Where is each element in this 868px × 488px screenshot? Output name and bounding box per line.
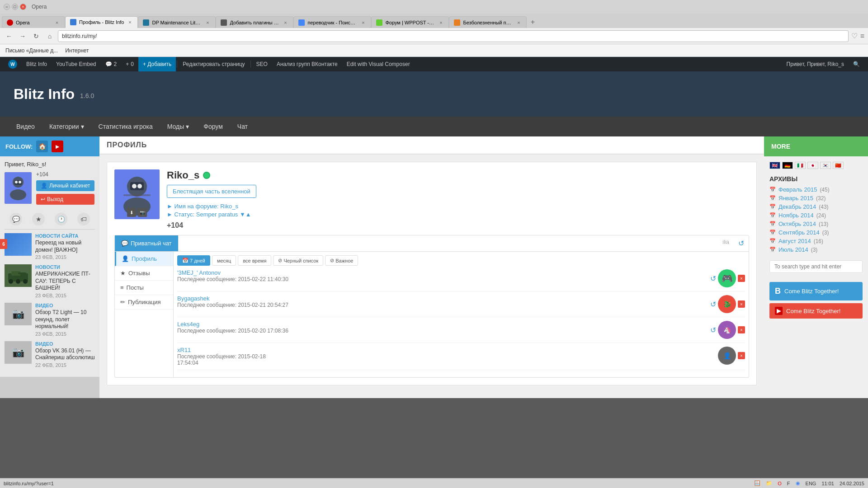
- bookmark-internet[interactable]: Интернет: [63, 47, 90, 55]
- tab-close-dp[interactable]: ×: [204, 19, 211, 26]
- remove-chat-0[interactable]: ×: [738, 275, 745, 282]
- blitz-together-2[interactable]: ▶ Come Blitz Together!: [769, 303, 863, 319]
- archive-link-7[interactable]: Июль 2014: [778, 246, 808, 253]
- refresh-button[interactable]: ↻: [31, 31, 42, 42]
- remove-chat-3[interactable]: ×: [738, 352, 745, 359]
- news-title-1[interactable]: АМЕРИКАНСКИЕ ПТ-САУ: ТЕПЕРЬ С БАШНЕЙ!: [35, 271, 95, 292]
- wp-logo-item[interactable]: W: [4, 57, 22, 71]
- wp-youtube-embed[interactable]: YouTube Embed: [52, 57, 101, 71]
- tab-dp[interactable]: DP Maintenance Lite - Blit... ×: [138, 16, 216, 28]
- chat-nav-posts[interactable]: ≡ Посты: [115, 281, 173, 295]
- sidebar-chat-tab[interactable]: 💬: [9, 213, 22, 225]
- chat-username-3[interactable]: xR11: [177, 347, 714, 353]
- news-category-3[interactable]: ВИДЕО: [35, 341, 95, 347]
- chat-refresh-btn[interactable]: ↺: [734, 235, 749, 251]
- tab-close-plugins[interactable]: ×: [282, 19, 288, 26]
- filter-important[interactable]: ⊘ Важное: [325, 255, 358, 266]
- remove-chat-2[interactable]: ×: [738, 326, 745, 333]
- flag-cn[interactable]: 🇨🇳: [833, 162, 844, 169]
- remove-chat-1[interactable]: ×: [738, 300, 745, 308]
- wp-search-icon[interactable]: 🔍: [849, 61, 864, 67]
- tab-plugins[interactable]: Добавить плагины « Blit... ×: [216, 16, 293, 28]
- refresh-chat-2[interactable]: ↺: [710, 326, 716, 334]
- bookmark-mail[interactable]: Письмо «Данные д...: [4, 47, 60, 55]
- flag-de[interactable]: 🇩🇪: [782, 162, 793, 169]
- chat-username-1[interactable]: Bygagashek: [177, 295, 707, 302]
- tab-bezbol[interactable]: Безболезненный перенос... ×: [449, 16, 527, 28]
- news-category-0[interactable]: НОВОСТИ САЙТА: [35, 233, 95, 239]
- flag-jp[interactable]: 🇯🇵: [807, 162, 818, 169]
- wp-comments-count[interactable]: 💬 2: [101, 57, 122, 71]
- archive-link-6[interactable]: Август 2014: [778, 238, 811, 244]
- wp-new-count[interactable]: + 0: [121, 57, 138, 71]
- filter-month[interactable]: месяц: [212, 255, 236, 266]
- wp-vc[interactable]: Edit with Visual Composer: [342, 57, 415, 71]
- exit-button[interactable]: ↩ Выход: [36, 194, 94, 205]
- chat-nav-reviews[interactable]: ★ Отзывы: [115, 266, 173, 281]
- chat-username-0[interactable]: '3MEJ_' Antonov: [177, 269, 707, 276]
- window-minimize[interactable]: –: [4, 4, 10, 10]
- tab-close-blitz[interactable]: ×: [127, 19, 133, 25]
- flag-kr[interactable]: 🇰🇷: [820, 162, 831, 169]
- refresh-chat-0[interactable]: ↺: [710, 274, 716, 283]
- chat-nav-publication[interactable]: ✏ Публикация: [115, 295, 173, 310]
- news-title-0[interactable]: Переезд на новый домен! [ВАЖНО]: [35, 239, 95, 253]
- news-title-2[interactable]: Обзор T2 Light — 10 секунд, полет нормал…: [35, 309, 95, 330]
- wp-edit-page[interactable]: Редактировать страницу: [178, 57, 249, 71]
- chat-nav-profile[interactable]: 👤 Профиль: [115, 252, 173, 266]
- search-input[interactable]: [769, 260, 863, 273]
- tab-opera[interactable]: Opera ×: [2, 16, 65, 28]
- url-bar[interactable]: blitzinfo.ru/my/: [58, 30, 849, 42]
- tab-blitz-profile[interactable]: Профиль - Blitz Info ×: [65, 16, 138, 28]
- back-button[interactable]: ←: [4, 31, 14, 42]
- forward-button[interactable]: →: [17, 31, 28, 42]
- home-button[interactable]: ⌂: [44, 31, 55, 42]
- filter-blacklist[interactable]: ⊘ Черный список: [273, 255, 323, 266]
- window-close[interactable]: ×: [20, 4, 26, 10]
- wp-seo[interactable]: SEO: [252, 57, 272, 71]
- news-category-1[interactable]: НОВОСТИ: [35, 264, 95, 270]
- archive-link-0[interactable]: Февраль 2015: [778, 186, 817, 193]
- filter-all-time[interactable]: все время: [238, 255, 271, 266]
- archive-link-1[interactable]: Январь 2015: [778, 195, 813, 202]
- nav-chat[interactable]: Чат: [230, 117, 255, 136]
- archive-link-4[interactable]: Октябрь 2014: [778, 221, 816, 227]
- nav-video[interactable]: Видео: [9, 117, 42, 136]
- camera-icon[interactable]: 📷: [138, 208, 147, 217]
- window-maximize[interactable]: □: [12, 4, 18, 10]
- sidebar-tag-tab[interactable]: 🏷: [77, 213, 90, 225]
- archive-link-5[interactable]: Сентябрь 2014: [778, 229, 820, 236]
- nav-categories[interactable]: Категории ▾: [42, 117, 91, 136]
- refresh-chat-1[interactable]: ↺: [710, 300, 716, 309]
- filter-7days[interactable]: 📅 7 дней: [177, 255, 210, 266]
- nav-mods[interactable]: Моды ▾: [160, 117, 197, 136]
- tab-close-opera[interactable]: ×: [54, 19, 60, 26]
- settings-icon[interactable]: ≡: [860, 32, 864, 40]
- nav-stats[interactable]: Статистика игрока: [91, 117, 160, 136]
- wp-add-button[interactable]: + Добавить: [138, 57, 176, 71]
- news-title-3[interactable]: Обзор VK 36.01 (H) — Снайпериш абсолютиш: [35, 347, 95, 361]
- tab-close-translate[interactable]: ×: [360, 19, 366, 26]
- sidebar-clock-tab[interactable]: 🕐: [55, 213, 67, 225]
- blitz-together-1[interactable]: B Come Blitz Together!: [769, 282, 863, 300]
- nav-forum[interactable]: Форум: [196, 117, 230, 136]
- heart-icon[interactable]: ♡: [851, 32, 858, 40]
- tab-close-bezbol[interactable]: ×: [515, 19, 522, 26]
- home-follow-icon[interactable]: 🏠: [36, 141, 48, 152]
- flag-it[interactable]: 🇮🇹: [795, 162, 806, 169]
- download-icon[interactable]: ⬇: [127, 208, 136, 217]
- notification-badge[interactable]: 6: [0, 239, 7, 249]
- tab-add-button[interactable]: +: [527, 16, 538, 28]
- wp-vk-analytics[interactable]: Анализ групп ВКонтакте: [272, 57, 342, 71]
- cabinet-button[interactable]: 👤 Личный кабинет: [36, 180, 94, 191]
- chat-username-2[interactable]: Leks4eg: [177, 321, 707, 328]
- archive-link-3[interactable]: Ноябрь 2014: [778, 212, 814, 219]
- private-chat-tab[interactable]: 💬 Приватный чат: [115, 235, 179, 251]
- flag-uk[interactable]: 🇬🇧: [769, 162, 780, 169]
- news-category-2[interactable]: ВИДЕО: [35, 303, 95, 308]
- archive-link-2[interactable]: Декабрь 2014: [778, 203, 816, 210]
- youtube-follow-icon[interactable]: ▶: [52, 141, 63, 152]
- wp-site-name[interactable]: Blitz Info: [22, 57, 52, 71]
- sidebar-star-tab[interactable]: ★: [32, 213, 45, 225]
- tab-close-forum[interactable]: ×: [438, 19, 444, 26]
